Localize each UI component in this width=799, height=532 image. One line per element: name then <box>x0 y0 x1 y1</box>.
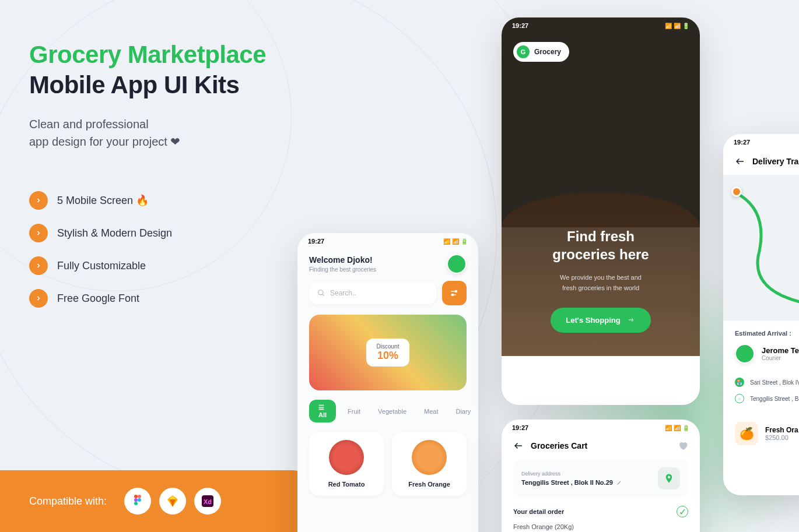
order-label: Your detail order <box>513 508 564 515</box>
heart-icon[interactable] <box>678 441 688 451</box>
phone-cart-screen: 19:27📶 📶 🔋 Groceries Cart Delivery addre… <box>502 420 700 532</box>
route-steps: 🏪Sari Street , Blok IV ○Tenggilis Street… <box>723 374 799 416</box>
hero-title-dark: Mobile App UI Kits <box>29 71 770 99</box>
store-dot-icon: 🏪 <box>735 378 744 387</box>
category-tabs: ☰ All Fruit Vegetable Meat Diary <box>297 400 478 432</box>
figma-icon <box>124 488 151 515</box>
arrow-right-icon <box>626 316 636 323</box>
shopping-cta-button[interactable]: Let's Shopping <box>551 308 650 333</box>
svg-point-1 <box>138 495 141 498</box>
back-arrow-icon[interactable] <box>513 441 524 451</box>
tab-all[interactable]: ☰ All <box>309 400 336 422</box>
xd-icon: Xd <box>194 488 221 515</box>
feature-item: Stylish & Modern Design <box>29 224 770 242</box>
product-card[interactable]: Fresh Orange <box>392 432 467 496</box>
cart-title: Groceries Cart <box>531 441 587 450</box>
feature-list: 5 Mobile Screen 🔥 Stylish & Modern Desig… <box>29 191 770 308</box>
hero-subtitle: Clean and professional app design for yo… <box>29 115 770 150</box>
order-item-row: 🍊 Fresh Ora $250.00 <box>723 416 799 451</box>
location-pin-icon <box>658 467 680 489</box>
tab-fruit[interactable]: Fruit <box>342 404 366 418</box>
tab-vegetable[interactable]: Vegetable <box>372 404 412 418</box>
status-time: 19:27 <box>512 424 528 431</box>
dest-dot-icon: ○ <box>735 394 744 403</box>
order-item: Fresh Orange (20Kg) <box>502 523 700 530</box>
courier-avatar <box>735 344 755 364</box>
chevron-right-icon <box>29 256 48 275</box>
feature-item: Fully Customizable <box>29 256 770 275</box>
status-icons: 📶 📶 🔋 <box>665 425 689 431</box>
tab-meat[interactable]: Meat <box>418 404 444 418</box>
compatible-label: Compatible with: <box>29 495 107 508</box>
tab-diary[interactable]: Diary <box>450 404 476 418</box>
svg-text:Xd: Xd <box>204 498 212 505</box>
hero-title-green: Grocery Marketplace <box>29 41 770 69</box>
feature-item: Free Google Font <box>29 289 770 308</box>
svg-point-2 <box>134 498 138 502</box>
edit-icon[interactable] <box>616 480 622 485</box>
discount-banner[interactable]: Discount 10% <box>309 315 467 390</box>
delivery-address-card[interactable]: Delivery address Tenggilis Street , Blok… <box>513 459 688 498</box>
chevron-right-icon <box>29 289 48 308</box>
product-card[interactable]: Red Tomato <box>309 432 384 496</box>
feature-item: 5 Mobile Screen 🔥 <box>29 191 770 210</box>
svg-point-4 <box>134 502 138 505</box>
svg-point-3 <box>138 498 141 502</box>
check-icon: ✓ <box>677 506 688 517</box>
sketch-icon <box>159 488 186 515</box>
orange-icon: 🍊 <box>735 422 758 445</box>
courier-card: Jerome Te Courier <box>723 344 799 374</box>
chevron-right-icon <box>29 224 48 242</box>
svg-point-0 <box>134 495 138 498</box>
chevron-right-icon <box>29 191 48 210</box>
estimated-arrival-label: Estimated Arrival : <box>723 320 799 344</box>
compatible-bar: Compatible with: Xd <box>0 470 309 532</box>
